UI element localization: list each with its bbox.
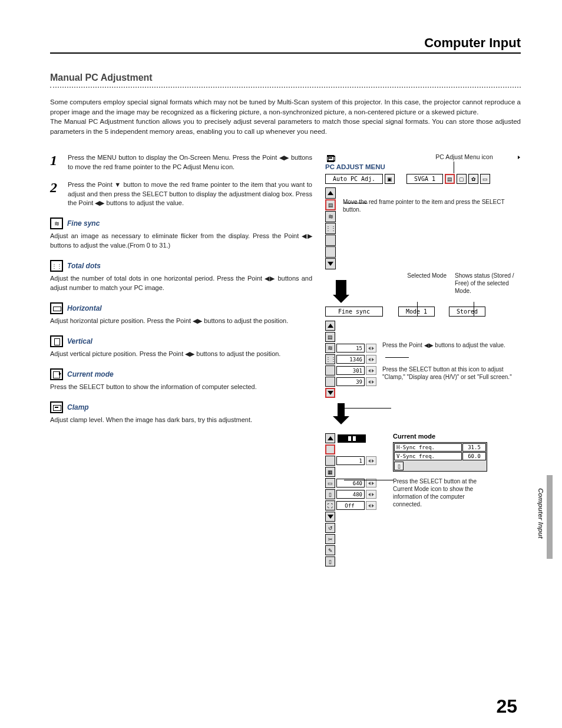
- item-desc: Adjust clamp level. When the image has d…: [50, 416, 312, 425]
- menu-icon: ▣: [385, 174, 395, 184]
- callout-line: [474, 302, 474, 316]
- current-mode-title: Current mode: [393, 433, 521, 440]
- vertical-icon: [50, 335, 63, 347]
- down-arrow-icon: [325, 258, 336, 269]
- up-arrow-icon: [325, 187, 336, 199]
- callout-line: [344, 408, 391, 409]
- spinner-icon: [366, 366, 376, 375]
- step-text: Press the MENU button to display the On-…: [68, 153, 312, 172]
- free-icon: ✂: [325, 534, 335, 544]
- current-mode-icon: [325, 444, 335, 454]
- topbar-mode: SVGA 1: [406, 174, 443, 184]
- vsync-label: V-Sync freq.: [394, 452, 462, 460]
- fine-sync-icon: [325, 343, 335, 353]
- display-area-icon: ▦: [325, 467, 335, 477]
- up-arrow-icon: [325, 321, 335, 331]
- current-mode-icon: [50, 368, 63, 380]
- item-desc: Press the SELECT button to show the info…: [50, 383, 312, 392]
- hsync-value: 31.5: [462, 443, 486, 452]
- down-arrow-icon: [333, 295, 349, 303]
- display-v-value: 480: [336, 490, 365, 499]
- quit-icon: ▯: [394, 462, 404, 470]
- menu-icon: ✿: [468, 174, 478, 184]
- left-column: 1 Press the MENU button to display the O…: [50, 153, 312, 568]
- value-strip-2: 1 ▦ ▭ 640 ▯ 480 ⛶: [325, 433, 376, 567]
- item-total-dots: Total dots Adjust the number of total do…: [50, 260, 312, 293]
- pc-adjust-menu-icon: ▤: [445, 174, 455, 184]
- menu-icon: ▭: [480, 174, 490, 184]
- side-tab-stripe: [547, 475, 553, 559]
- horizontal-icon: [325, 365, 335, 375]
- down-arrow-icon: [333, 403, 349, 427]
- spinner-icon: [366, 490, 376, 499]
- reset-icon: ↺: [325, 523, 335, 533]
- horizontal-value: 301: [336, 366, 365, 375]
- vsync-value: 60.0: [462, 452, 486, 460]
- callout-line: [344, 480, 394, 480]
- auto-pc-icon: ▤: [325, 199, 336, 210]
- item-clamp: Clamp Adjust clamp level. When the image…: [50, 401, 312, 425]
- value-strip: ▤ 15 1346 301: [325, 320, 376, 398]
- down-arrow-icon: [325, 512, 335, 522]
- item-desc: Adjust the number of total dots in one h…: [50, 274, 312, 293]
- full-screen-icon: ⛶: [325, 500, 335, 510]
- spinner-icon: [366, 501, 376, 510]
- vertical-icon: [325, 246, 336, 258]
- spinner-icon: [366, 456, 376, 465]
- full-screen-value: Off: [336, 501, 365, 510]
- store-icon: ✎: [325, 545, 335, 555]
- fine-sync-icon: [325, 211, 336, 222]
- spinner-icon: [366, 344, 376, 353]
- item-fine-sync: Fine sync Adjust an image as necessary t…: [50, 218, 312, 251]
- item-desc: Adjust horizontal picture position. Pres…: [50, 317, 312, 326]
- item-horizontal: Horizontal Adjust horizontal picture pos…: [50, 302, 312, 326]
- menu-icon: ▢: [457, 174, 467, 184]
- callout-line: [385, 357, 409, 358]
- clamp-icon: [50, 401, 63, 413]
- step-number: 2: [50, 180, 68, 209]
- auto-pc-icon: ▤: [325, 332, 335, 342]
- up-arrow-icon: [325, 433, 335, 443]
- submenu-label: Fine sync: [325, 307, 383, 317]
- page-number: 25: [496, 696, 517, 717]
- item-vertical: Vertical Adjust vertical picture positio…: [50, 335, 312, 359]
- submenu-mode: Mode 1: [398, 307, 435, 317]
- topbar-label: Auto PC Adj.: [325, 174, 383, 184]
- submenu-status: Stored: [449, 307, 485, 317]
- horizontal-icon: [50, 302, 63, 314]
- annotation-current-mode: Press the SELECT button at the Current M…: [393, 477, 487, 508]
- item-title: Clamp: [67, 403, 89, 411]
- clamp-icon: [325, 456, 335, 466]
- vertical-icon: [325, 377, 335, 387]
- down-arrow-icon: [325, 388, 335, 398]
- intro-p1: Some computers employ special signal for…: [50, 97, 521, 117]
- clamp-value: 1: [336, 456, 365, 465]
- chapter-title: Computer Input: [50, 35, 521, 54]
- item-title: Current mode: [67, 370, 114, 378]
- total-dots-icon: [325, 223, 336, 234]
- step-2: 2 Press the Point ▼ button to move the r…: [50, 180, 312, 209]
- total-dots-icon: [50, 260, 63, 272]
- step-1: 1 Press the MENU button to display the O…: [50, 153, 312, 172]
- vertical-value: 39: [336, 377, 365, 386]
- total-dots-value: 1346: [336, 355, 365, 364]
- display-v-icon: ▯: [325, 489, 335, 499]
- pc-adjust-menu-title: PC ADJUST MENU: [325, 163, 521, 170]
- menu-topbar: Auto PC Adj. ▣ SVGA 1 ▤ ▢ ✿ ▭: [325, 174, 521, 184]
- annotation-adjust-value: Press the Point ◀▶ buttons to adjust the…: [382, 341, 521, 349]
- callout-line: [417, 302, 418, 316]
- icon-strip-1: ▤: [325, 187, 336, 269]
- item-current-mode: Current mode Press the SELECT button to …: [50, 368, 312, 392]
- total-dots-icon: [325, 354, 335, 364]
- display-h-icon: ▭: [325, 478, 335, 488]
- callout-line: [454, 162, 454, 173]
- spinner-icon: [366, 355, 376, 364]
- quit-icon: ▯: [325, 556, 335, 566]
- spinner-icon: [366, 377, 376, 386]
- item-title: Vertical: [67, 337, 92, 345]
- submenu-bar: Fine sync Mode 1 Stored: [325, 307, 521, 317]
- item-desc: Adjust an image as necessary to eliminat…: [50, 232, 312, 251]
- annotation-select-icon: Press the SELECT button at this icon to …: [382, 365, 521, 381]
- horizontal-icon: [325, 235, 336, 246]
- item-title: Total dots: [67, 262, 101, 270]
